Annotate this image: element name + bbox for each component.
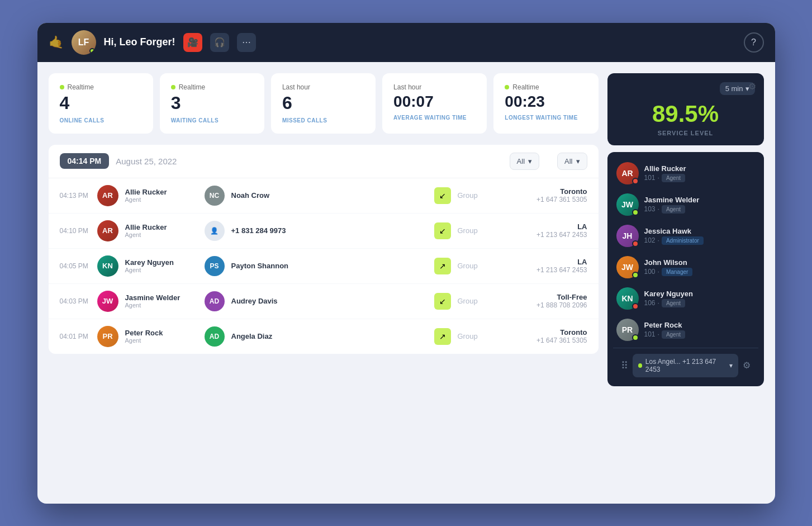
agent-list-name: John Wilson <box>644 258 755 267</box>
gear-icon[interactable]: ⚙ <box>748 81 756 92</box>
avg-wait-value: 00:07 <box>393 93 476 111</box>
list-item[interactable]: JW Jasmine Welder 103 · Agent <box>613 189 758 220</box>
agent-ext: 101 <box>644 174 656 182</box>
caller-info: Noah Crow <box>231 191 428 200</box>
greeting-text: Hi, Leo Forger! <box>104 36 175 48</box>
call-direction-inbound: ↙ <box>434 293 451 310</box>
caller-name: Payton Shannon <box>231 262 428 270</box>
stat-waiting-calls: Realtime 3 WAITING CALLS <box>160 73 264 134</box>
grid-icon[interactable]: ⠿ <box>621 359 628 372</box>
group-label: Group <box>458 191 491 200</box>
caller-name: Noah Crow <box>231 191 428 200</box>
camera-btn[interactable]: 🎥 <box>183 33 202 52</box>
table-row: 04:03 PM JW Jasmine Welder Agent AD Audr… <box>49 284 599 319</box>
agent-list-avatar: PR <box>616 319 639 341</box>
caller-name: Audrey Davis <box>231 297 428 305</box>
dest-phone: +1 888 708 2096 <box>498 301 587 309</box>
agent-info: Allie Rucker Agent <box>125 188 198 203</box>
stats-row: Realtime 4 ONLINE CALLS Realtime 3 WAITI… <box>49 73 599 134</box>
call-direction-outbound: ↗ <box>434 328 451 345</box>
status-indicator <box>632 240 639 247</box>
list-item[interactable]: JW John Wilson 100 · Manager <box>613 252 758 283</box>
agent-list-info: John Wilson 100 · Manager <box>644 258 755 276</box>
avg-wait-label: AVERAGE WAITING TIME <box>393 115 476 121</box>
filter-all-2[interactable]: All ▾ <box>557 153 587 170</box>
agent-avatar: KN <box>97 255 118 277</box>
caller-info: Angela Diaz <box>231 332 428 340</box>
avg-wait-period: Last hour <box>393 83 421 91</box>
sl-dropdown-value: 5 min <box>725 84 743 93</box>
current-date: August 25, 2022 <box>116 157 177 166</box>
caller-avatar: PS <box>205 256 225 276</box>
call-time: 04:10 PM <box>60 227 91 235</box>
list-item[interactable]: KN Karey Nguyen 106 · Agent <box>613 283 758 314</box>
bottom-bar: ⠿ Los Angel... +1 213 647 2453 ▾ ⚙ <box>613 348 758 381</box>
online-calls-type: Realtime <box>60 83 142 91</box>
agent-role-badge: Agent <box>662 330 685 339</box>
group-label: Group <box>458 226 491 235</box>
agent-role: Agent <box>125 337 198 344</box>
agent-list-info: Peter Rock 101 · Agent <box>644 321 755 339</box>
agent-ext: 100 <box>644 268 656 276</box>
realtime-dot3 <box>505 85 509 89</box>
call-time: 04:05 PM <box>60 262 91 270</box>
dest-city: Toll-Free <box>498 293 587 301</box>
dest-phone: +1 647 361 5305 <box>498 337 587 344</box>
status-indicator <box>632 334 639 341</box>
more-btn[interactable]: ⋯ <box>237 33 256 52</box>
agent-list-info: Allie Rucker 101 · Agent <box>644 164 755 182</box>
caller-avatar: NC <box>205 186 225 206</box>
left-panel: Realtime 4 ONLINE CALLS Realtime 3 WAITI… <box>49 73 599 386</box>
service-level-value: 89.5% <box>616 101 755 127</box>
agent-list-name: Karey Nguyen <box>644 290 755 298</box>
headset-btn[interactable]: 🎧 <box>210 33 229 52</box>
longest-wait-type: Realtime <box>505 83 587 91</box>
stat-missed-calls: Last hour 6 MISSED CALLS <box>271 73 376 134</box>
missed-calls-value: 6 <box>282 93 364 113</box>
screen: 🤙 LF Hi, Leo Forger! 🎥 🎧 ⋯ ? Realtime 4 <box>37 23 775 504</box>
dest-info: Toronto +1 647 361 5305 <box>498 328 587 344</box>
phone-gear-icon[interactable]: ⚙ <box>743 360 751 371</box>
dest-phone: +1 213 647 2453 <box>498 231 587 239</box>
call-direction-inbound: ↙ <box>434 222 451 239</box>
status-indicator <box>632 303 639 310</box>
agent-list-avatar: JW <box>616 193 639 216</box>
group-label: Group <box>458 332 491 340</box>
list-item[interactable]: PR Peter Rock 101 · Agent <box>613 314 758 345</box>
online-calls-period: Realtime <box>68 83 94 91</box>
agents-card: AR Allie Rucker 101 · Agent <box>607 152 764 386</box>
call-time: 04:03 PM <box>60 297 91 305</box>
agent-info: Allie Rucker Agent <box>125 223 198 238</box>
avg-wait-type: Last hour <box>393 83 476 91</box>
longest-wait-period: Realtime <box>512 83 539 91</box>
caller-info: +1 831 284 9973 <box>231 226 428 235</box>
agent-list-name: Jasmine Welder <box>644 196 755 204</box>
agent-info: Peter Rock Agent <box>125 329 198 344</box>
chevron-down-icon: ▾ <box>729 362 733 369</box>
agent-list-avatar: AR <box>616 162 639 184</box>
phone-selector[interactable]: Los Angel... +1 213 647 2453 ▾ <box>633 354 738 377</box>
dest-info: Toronto +1 647 361 5305 <box>498 187 587 203</box>
dest-city: Toronto <box>498 187 587 196</box>
dest-city: LA <box>498 258 587 266</box>
dest-phone: +1 647 361 5305 <box>498 196 587 203</box>
topbar: 🤙 LF Hi, Leo Forger! 🎥 🎧 ⋯ ? <box>37 23 775 62</box>
call-log-header: 04:14 PM August 25, 2022 All ▾ All ▾ <box>49 145 599 178</box>
missed-calls-label: MISSED CALLS <box>282 117 364 124</box>
waiting-calls-value: 3 <box>171 93 253 113</box>
agent-name: Peter Rock <box>125 329 198 337</box>
agent-ext: 103 <box>644 205 656 213</box>
caller-avatar: AD <box>205 326 225 347</box>
filter-all-1[interactable]: All ▾ <box>510 153 539 170</box>
help-btn[interactable]: ? <box>744 32 764 53</box>
agent-list-meta: 102 · Administrator <box>644 236 755 245</box>
stat-online-calls: Realtime 4 ONLINE CALLS <box>49 73 153 134</box>
agent-role: Agent <box>125 231 198 238</box>
agent-list-avatar: JW <box>616 256 639 278</box>
agent-role-badge: Manager <box>662 268 692 276</box>
agent-role-badge: Agent <box>662 174 685 182</box>
sl-top: 5 min ▾ <box>616 82 755 95</box>
list-item[interactable]: AR Allie Rucker 101 · Agent <box>613 158 758 189</box>
stat-longest-wait: Realtime 00:23 LONGEST WAITING TIME <box>493 73 598 134</box>
list-item[interactable]: JH Jessica Hawk 102 · Administrator <box>613 220 758 252</box>
